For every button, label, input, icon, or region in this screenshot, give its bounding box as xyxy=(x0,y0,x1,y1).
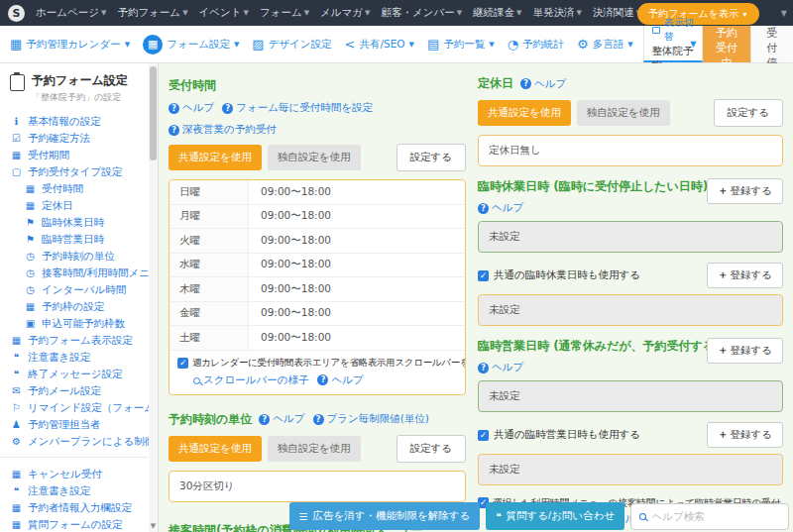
sidebar-item[interactable]: ♟ 予約管理担当者 xyxy=(10,416,144,433)
sidebar-item[interactable]: ⚑ 臨時休業日時 xyxy=(24,214,144,231)
toolbar-item-icon: ▦ xyxy=(10,38,22,51)
hours-value: 09:00〜18:00 xyxy=(249,209,331,223)
help-link[interactable]: ? ヘルプ xyxy=(478,201,523,215)
sidebar-item[interactable]: ▦ 受付期間 xyxy=(10,147,144,163)
sidebar-item[interactable]: ℹ 基本情報の設定 xyxy=(10,113,144,130)
nav-menu-item[interactable]: 単発決済 ▼ xyxy=(532,6,581,20)
sidebar-item[interactable]: ⚐ リマインド設定（フォーム別） xyxy=(10,399,144,416)
nav-menu-item[interactable]: ホームページ ▼ xyxy=(36,6,106,20)
nav-menu-item[interactable]: メルマガ ▼ xyxy=(320,6,370,20)
weekday-label: 金曜 xyxy=(170,302,249,326)
help-link[interactable]: ? プラン毎制限値(単位) xyxy=(313,412,429,426)
scrollbar-thumb[interactable] xyxy=(150,66,157,160)
chevron-down-icon[interactable]: ▼ xyxy=(781,9,787,18)
nav-menu-item[interactable]: 決済関連 ▼ xyxy=(593,6,641,20)
chevron-down-icon: ▼ xyxy=(125,41,130,49)
configure-button[interactable]: 設定する xyxy=(714,99,784,127)
sidebar-item[interactable]: ▦ キャンセル受付 xyxy=(10,466,144,482)
sidebar-item-icon: ◷ xyxy=(24,284,37,295)
help-link[interactable]: ? 深夜営業の予約受付 xyxy=(169,123,277,137)
sidebar-item[interactable]: ▦ 予約枠の設定 xyxy=(24,298,144,315)
accepting-status-button[interactable]: 予約受付中 xyxy=(703,26,749,62)
scrollbar-option-checkbox[interactable]: ✓ xyxy=(177,358,188,369)
use-common-settings-button[interactable]: 共通設定を使用 xyxy=(478,100,571,126)
chevron-down-icon: ▼ xyxy=(627,41,632,49)
help-link[interactable]: ? ヘルプ xyxy=(317,373,363,387)
help-search-input[interactable] xyxy=(652,510,780,522)
stop-accepting-button[interactable]: 受付停止 xyxy=(750,26,793,62)
help-icon: ? xyxy=(478,203,489,214)
use-own-settings-button[interactable]: 独自設定を使用 xyxy=(577,100,670,126)
nav-menu-item[interactable]: イベント ▼ xyxy=(199,6,249,20)
sidebar-item[interactable]: ▦ 質問フォームの設定 xyxy=(10,516,144,532)
app-logo[interactable]: S xyxy=(8,5,25,22)
help-link[interactable]: ? ヘルプ xyxy=(259,412,304,426)
sidebar-item[interactable]: ⚑ 臨時営業日時 xyxy=(24,231,144,248)
sidebar-item[interactable]: ▦ 受付時間 xyxy=(24,180,144,197)
sidebar-item[interactable]: ▣ 申込可能予約枠数 xyxy=(24,315,144,332)
sidebar-item[interactable]: ✉ 予約メール設定 xyxy=(10,382,144,399)
sidebar-item[interactable]: ◷ 予約時刻の単位 xyxy=(24,248,144,265)
help-link[interactable]: ? ヘルプ xyxy=(520,77,566,91)
settings-sidebar: 予約フォーム設定 「整体院予約」の設定 ℹ 基本情報の設定 ☑ 予約確定方法 ▦… xyxy=(0,63,159,532)
scrollbar-down-arrow[interactable]: ▼ xyxy=(149,522,158,530)
reception-hours-section: 受付時間 ? ヘルプ ? フォーム毎に受付時間を設定 ? 深夜営業の予約受付 xyxy=(169,77,466,395)
register-button[interactable]: 登録する xyxy=(707,422,783,448)
toolbar-item[interactable]: ⚙ 多言語 ▼ xyxy=(577,38,633,52)
weekday-label: 月曜 xyxy=(170,205,249,229)
help-link[interactable]: ? フォーム毎に受付時間を設定 xyxy=(222,101,373,115)
sidebar-item-icon: ▦ xyxy=(10,150,23,160)
register-button[interactable]: 登録する xyxy=(707,263,783,288)
use-common-temp-closed-checkbox[interactable]: ✓ xyxy=(478,270,489,281)
toolbar-item[interactable]: ▦ 予約管理カレンダー ▼ xyxy=(10,38,130,52)
nav-menu-item[interactable]: 顧客・メンバー ▼ xyxy=(381,6,462,20)
weekday-hours-row: 水曜 09:00〜18:00 xyxy=(170,254,465,278)
sidebar-item[interactable]: ⚙ メンバープランによる制御 xyxy=(10,433,144,450)
contact-button[interactable]: ❝ 質問する/お問い合わせ xyxy=(486,502,624,530)
sidebar-item[interactable]: ❝ 注意書き設定 xyxy=(10,349,144,366)
toolbar-item[interactable]: ▤ 予約一覧 ▼ xyxy=(427,38,495,52)
remove-ads-button[interactable]: ☰ 広告を消す・機能制限を解除する xyxy=(289,502,481,530)
register-button[interactable]: 登録する xyxy=(707,178,783,204)
use-common-settings-button[interactable]: 共通設定を使用 xyxy=(169,436,262,462)
sidebar-item[interactable]: ▢ 予約受付タイプ設定 xyxy=(10,163,144,180)
toolbar-item[interactable]: ▦ フォーム設定 ▼ xyxy=(143,35,239,54)
help-icon: ? xyxy=(169,103,179,114)
nav-menu-item[interactable]: フォーム ▼ xyxy=(260,6,309,20)
toolbar-item-icon: ▤ xyxy=(427,38,439,51)
sidebar-item[interactable]: ❝ 終了メッセージ設定 xyxy=(10,366,144,382)
sidebar-item[interactable]: ▦ 定休日 xyxy=(24,197,144,214)
sidebar-item[interactable]: ☑ 予約確定方法 xyxy=(10,130,144,147)
configure-button[interactable]: 設定する xyxy=(396,144,467,171)
use-common-temp-open-checkbox[interactable]: ✓ xyxy=(478,430,489,441)
toolbar-item[interactable]: < 共有/SEO ▼ xyxy=(345,38,414,52)
use-own-settings-button[interactable]: 独自設定を使用 xyxy=(268,436,361,462)
main-content: 受付時間 ? ヘルプ ? フォーム毎に受付時間を設定 ? 深夜営業の予約受付 xyxy=(159,63,793,532)
weekday-label: 日曜 xyxy=(170,180,249,204)
use-common-settings-button[interactable]: 共通設定を使用 xyxy=(169,145,262,170)
toolbar-item[interactable]: ◔ 予約統計 ▼ xyxy=(508,38,564,52)
register-button[interactable]: 登録する xyxy=(707,338,783,364)
help-link[interactable]: ? ヘルプ xyxy=(169,101,214,115)
sidebar-item[interactable]: ▦ 予約者情報入力欄設定 xyxy=(10,499,144,516)
sidebar-item[interactable]: ◷ インターバル時間 xyxy=(24,281,144,298)
scrollbar-preview-link[interactable]: スクロールバーの様子 xyxy=(193,373,308,387)
nav-menu-item[interactable]: 継続課金 ▼ xyxy=(473,6,521,20)
configure-button[interactable]: 設定する xyxy=(396,435,467,463)
toolbar-item[interactable]: ▨ デザイン設定 ▼ xyxy=(252,38,331,52)
help-link[interactable]: ? ヘルプ xyxy=(478,361,523,374)
view-switch-dropdown[interactable]: 表示切替 整体院予約 ▼ xyxy=(643,26,704,62)
use-own-settings-button[interactable]: 独自設定を使用 xyxy=(268,145,361,170)
time-unit-section: 予約時刻の単位 ? ヘルプ ? プラン毎制限値(単位) 共通設定を使用 xyxy=(169,411,466,502)
sidebar-item-icon: ♟ xyxy=(10,419,23,430)
sidebar-item[interactable]: ❝ 注意書き設定 xyxy=(10,482,144,499)
chevron-down-icon: ▼ xyxy=(741,11,748,18)
nav-menu-item[interactable]: 予約フォーム ▼ xyxy=(117,6,187,20)
sidebar-item[interactable]: ▦ 予約フォーム表示設定 xyxy=(10,332,144,349)
sidebar-item-icon: ⚑ xyxy=(24,217,37,228)
sidebar-item[interactable]: ◷ 接客時間/利用時間メニュー xyxy=(24,265,144,281)
sidebar-item-icon: ▦ xyxy=(24,200,37,211)
chevron-down-icon: ▼ xyxy=(457,9,462,17)
sidebar-item-icon: ❝ xyxy=(10,369,23,379)
sidebar-scrollbar[interactable]: ▼ xyxy=(149,63,158,532)
